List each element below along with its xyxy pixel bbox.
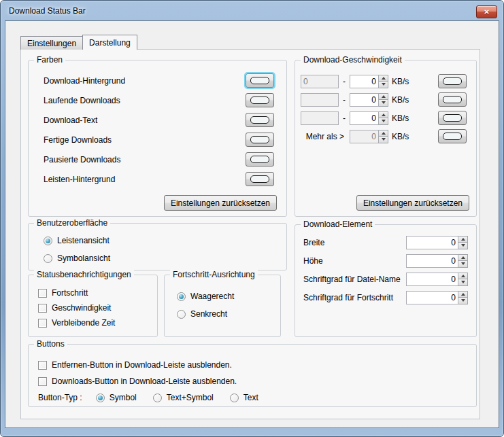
spin-up-button[interactable] (378, 111, 388, 119)
speed-from-input[interactable] (301, 93, 339, 107)
group-fortschritt-ausrichtung: Fortschritt-Ausrichtung Waagerecht Senkr… (164, 275, 281, 337)
speed-row: - KB/s (295, 72, 476, 90)
group-buttons-title: Buttons (34, 339, 67, 349)
speed-from-input[interactable] (301, 75, 339, 88)
color-picker-button-fertige-downloads[interactable] (246, 133, 274, 147)
dialog-client-area: Einstellungen Darstellung Farben Downloa… (5, 20, 499, 428)
spin-down-icon (461, 281, 465, 283)
checkbox-entfernen-button-ausblenden[interactable]: Entfernen-Button in Download-Leiste ausb… (29, 357, 476, 373)
color-swatch (250, 156, 269, 163)
color-row: Leisten-Hintergrund (29, 169, 286, 189)
schriftgrad-fortschritt-spinner (406, 291, 468, 304)
radio-text-symbol[interactable]: Text+Symbol (153, 393, 214, 402)
spin-buttons (458, 291, 468, 304)
color-picker-button-pausierte-downloads[interactable] (246, 152, 274, 167)
spin-buttons (458, 236, 468, 249)
checkbox-box (38, 304, 47, 313)
speed-color-button-4[interactable] (438, 129, 467, 143)
spin-down-button[interactable] (378, 137, 388, 143)
hoehe-spinner (406, 254, 468, 268)
radio-senkrecht[interactable]: Senkrecht (165, 305, 280, 323)
schriftgrad-dateiname-spinner (406, 273, 468, 286)
color-picker-button-laufende-downloads[interactable] (246, 93, 274, 107)
spin-down-button[interactable] (458, 298, 468, 304)
breite-input[interactable] (406, 236, 458, 249)
spin-up-button[interactable] (458, 236, 468, 243)
color-rows: Download-Hintergrund Laufende Downloads … (29, 71, 286, 189)
schriftgrad-fortschritt-input[interactable] (406, 291, 458, 304)
spin-up-icon (382, 132, 386, 135)
spin-up-button[interactable] (458, 273, 468, 280)
reset-speed-button[interactable]: Einstellungen zurücksetzen (356, 195, 469, 211)
color-swatch (250, 97, 269, 104)
color-swatch (443, 77, 462, 85)
more-than-label: Mehr als > (301, 132, 350, 141)
radio-circle (177, 310, 186, 319)
element-row: Schriftgrad für Datei-Name (295, 270, 476, 288)
checkbox-label: Entfernen-Button in Download-Leiste ausb… (52, 360, 232, 370)
speed-color-button-3[interactable] (438, 111, 467, 125)
tab-darstellung[interactable]: Darstellung (82, 35, 137, 50)
spin-up-button[interactable] (458, 254, 468, 262)
speed-color-button-1[interactable] (438, 74, 467, 88)
spin-up-icon (382, 95, 386, 98)
checkbox-verbleibende-zeit[interactable]: Verbleibende Zeit (29, 315, 157, 330)
spin-down-button[interactable] (458, 243, 468, 249)
titlebar[interactable]: Download Status Bar ✕ (1, 1, 503, 20)
spin-down-button[interactable] (378, 118, 388, 125)
speed-from-input[interactable] (301, 111, 339, 125)
tab-label: Darstellung (89, 38, 131, 48)
spin-up-button[interactable] (378, 75, 388, 82)
element-row: Breite (295, 233, 476, 251)
checkbox-label: Verbleibende Zeit (52, 318, 115, 328)
unit-label: KB/s (392, 132, 414, 141)
hoehe-input[interactable] (406, 254, 458, 268)
color-picker-button-leisten-hintergrund[interactable] (246, 172, 274, 186)
group-farben: Farben Download-Hintergrund Laufende Dow… (28, 60, 287, 217)
spin-down-icon (461, 244, 465, 247)
reset-colors-button[interactable]: Einstellungen zurücksetzen (164, 195, 277, 211)
color-picker-button-download-text[interactable] (246, 113, 274, 127)
group-speed-title: Download-Geschwindigkeit (301, 55, 405, 65)
color-row: Pausierte Downloads (29, 150, 286, 169)
spin-up-button[interactable] (458, 291, 468, 298)
element-row-label: Höhe (303, 256, 323, 266)
close-button[interactable]: ✕ (476, 5, 497, 18)
radio-symbol[interactable]: Symbol (96, 393, 137, 402)
unit-label: KB/s (392, 113, 414, 123)
checkbox-downloads-button-ausblenden[interactable]: Downloads-Button in Download-Leiste ausb… (29, 373, 476, 389)
speed-row: - KB/s (295, 109, 476, 127)
speed-to-input[interactable] (350, 111, 378, 125)
checkbox-fortschritt[interactable]: Fortschritt (29, 285, 157, 300)
radio-symbolansicht[interactable]: Symbolansicht (29, 249, 286, 267)
tab-strip: Einstellungen Darstellung (20, 35, 137, 50)
radio-waagerecht[interactable]: Waagerecht (165, 287, 280, 305)
spin-up-icon (461, 256, 465, 259)
speed-to-input[interactable] (350, 93, 378, 107)
checkbox-geschwindigkeit[interactable]: Geschwindigkeit (29, 300, 157, 315)
radio-label: Waagerecht (190, 292, 234, 301)
tab-einstellungen[interactable]: Einstellungen (20, 36, 83, 50)
spin-buttons (378, 93, 388, 107)
spin-down-button[interactable] (378, 82, 388, 88)
tab-page-darstellung: Farben Download-Hintergrund Laufende Dow… (20, 49, 480, 419)
schriftgrad-dateiname-input[interactable] (406, 273, 458, 286)
spin-up-icon (461, 293, 465, 296)
speed-more-input[interactable] (350, 130, 378, 143)
speed-to-input[interactable] (350, 75, 378, 88)
spin-up-button[interactable] (378, 93, 388, 101)
radio-text[interactable]: Text (230, 393, 258, 402)
radio-circle (44, 254, 52, 263)
speed-to-spinner (350, 75, 388, 88)
spin-down-icon (382, 138, 386, 141)
spin-down-button[interactable] (378, 100, 388, 107)
radio-leistenansicht[interactable]: Leistenansicht (29, 232, 286, 249)
color-picker-button-download-hintergrund[interactable] (246, 73, 274, 88)
spin-up-button[interactable] (378, 130, 388, 137)
speed-row-more: Mehr als > KB/s (295, 127, 476, 145)
range-dash: - (339, 77, 350, 86)
speed-color-button-2[interactable] (438, 92, 467, 107)
align-options: Waagerecht Senkrecht (165, 287, 280, 323)
spin-down-button[interactable] (458, 279, 468, 286)
spin-down-button[interactable] (458, 261, 468, 268)
